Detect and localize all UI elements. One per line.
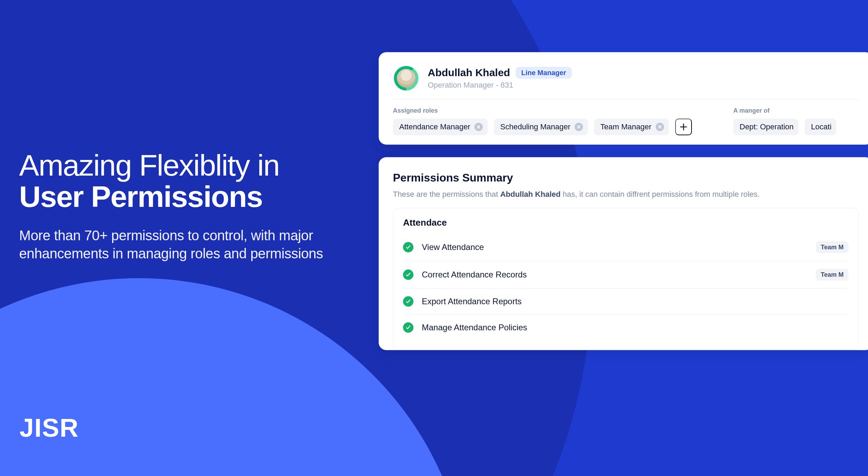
hero: Amazing Flexiblity in User Permissions M…	[19, 150, 360, 263]
permission-name: Export Attendance Reports	[422, 297, 849, 306]
role-chip[interactable]: Attendance Manager	[393, 119, 488, 135]
hero-title: Amazing Flexiblity in User Permissions	[19, 150, 360, 212]
add-role-button[interactable]	[675, 119, 692, 135]
user-meta: Abdullah Khaled Line Manager Operation M…	[428, 67, 572, 90]
permission-item: Manage Attendance Policies	[403, 314, 849, 340]
assigned-roles-label: Assigned roles	[393, 107, 692, 114]
role-chip-label: Scheduling Manager	[500, 122, 570, 131]
check-icon	[403, 269, 413, 280]
role-chip[interactable]: Team Manager	[594, 119, 669, 135]
plus-icon	[679, 122, 688, 131]
user-subtitle: Operation Manager - 831	[428, 81, 572, 90]
check-icon	[403, 296, 413, 307]
permissions-group-title: Attendace	[403, 217, 849, 228]
permissions-desc-prefix: These are the permissions that	[393, 190, 500, 199]
permission-access-chip[interactable]: Team M	[816, 241, 849, 253]
roles-row: Assigned roles Attendance Manager Schedu…	[393, 99, 859, 135]
avatar[interactable]	[393, 65, 419, 91]
hero-subtitle: More than 70+ permissions to control, wi…	[19, 226, 339, 263]
role-badge: Line Manager	[516, 67, 572, 79]
user-header: Abdullah Khaled Line Manager Operation M…	[393, 65, 859, 99]
permission-item: Correct Attendance Records Team M	[403, 261, 849, 288]
permissions-group: Attendace View Attendance Team M Correct…	[393, 208, 859, 350]
brand-name: JISR	[19, 413, 79, 443]
permissions-desc: These are the permissions that Abdullah …	[393, 190, 859, 199]
user-name: Abdullah Khaled	[428, 67, 510, 79]
permission-access-chip[interactable]: Team M	[816, 269, 849, 281]
permissions-desc-name: Abdullah Khaled	[500, 190, 561, 199]
permissions-list: View Attendance Team M Correct Attendanc…	[403, 234, 849, 340]
hero-title-line1: Amazing Flexiblity in	[19, 148, 279, 182]
check-icon	[403, 242, 413, 252]
remove-role-icon[interactable]	[656, 123, 664, 131]
role-chip-label: Team Manager	[600, 122, 652, 131]
permission-name: Manage Attendance Policies	[422, 323, 849, 332]
hero-title-bold: User Permissions	[19, 180, 262, 213]
permissions-desc-suffix: has, it can contain diffrent permissions…	[563, 190, 760, 199]
assigned-roles-chips: Attendance Manager Scheduling Manager	[393, 119, 692, 135]
permissions-card: Permissions Summary These are the permis…	[379, 157, 868, 350]
remove-role-icon[interactable]	[474, 123, 483, 131]
manager-of: A manger of Dept: Operation Locati	[733, 107, 859, 135]
role-chip-label: Attendance Manager	[399, 122, 470, 131]
cards-column: Abdullah Khaled Line Manager Operation M…	[379, 52, 868, 350]
scope-chip-label: Dept: Operation	[740, 122, 794, 131]
manager-of-chips: Dept: Operation Locati	[733, 119, 859, 135]
permissions-title: Permissions Summary	[393, 171, 859, 184]
permission-item: Export Attendance Reports	[403, 288, 849, 314]
role-chip[interactable]: Scheduling Manager	[494, 119, 588, 135]
scope-chip-label: Locati	[811, 122, 831, 131]
check-icon	[403, 322, 413, 333]
permission-item: View Attendance Team M	[403, 234, 849, 261]
remove-role-icon[interactable]	[575, 123, 583, 131]
assigned-roles: Assigned roles Attendance Manager Schedu…	[393, 107, 692, 135]
permission-name: Correct Attendance Records	[422, 270, 807, 280]
brand-logo: JISR	[19, 413, 79, 443]
scope-chip[interactable]: Locati	[805, 119, 836, 135]
permission-name: View Attendance	[422, 242, 807, 252]
scope-chip[interactable]: Dept: Operation	[733, 119, 798, 135]
manager-of-label: A manger of	[733, 107, 859, 114]
user-card: Abdullah Khaled Line Manager Operation M…	[379, 52, 868, 145]
